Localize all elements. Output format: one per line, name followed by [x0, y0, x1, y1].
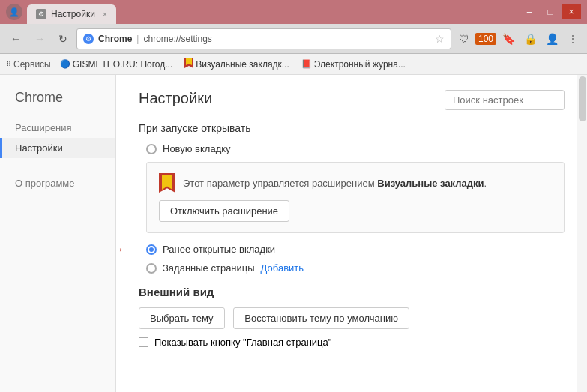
navbar: ← → ↻ ⚙ Chrome | chrome://settings ☆ 🛡 1…	[0, 24, 587, 54]
address-favicon: ⚙	[83, 34, 94, 44]
address-url: chrome://settings	[143, 34, 211, 44]
sidebar: Chrome Расширения Настройки О программе	[0, 75, 116, 392]
address-separator: |	[136, 34, 139, 44]
gismeteo-icon: 🔵	[60, 59, 70, 69]
radio-new-tab[interactable]	[146, 144, 157, 154]
option-new-tab-label: Новую вкладку	[163, 143, 231, 154]
address-site-name: Chrome	[98, 34, 132, 44]
maximize-button[interactable]: □	[541, 4, 560, 19]
sidebar-label-extensions: Расширения	[15, 122, 72, 133]
sidebar-label-about: О программе	[15, 178, 75, 189]
bookmarks-bar: ⠿ Сервисы 🔵 GISMETEO.RU: Погод... Визуал…	[0, 54, 587, 75]
annotation-arrow-icon: →	[116, 243, 124, 256]
tab-close-button[interactable]: ×	[103, 10, 107, 19]
apps-label: Сервисы	[13, 59, 51, 70]
titlebar-left: 👤 ⚙ Настройки ×	[6, 0, 116, 24]
window-controls: – □ ×	[520, 4, 581, 19]
bookmark-visual[interactable]: Визуальные закладк...	[181, 56, 292, 72]
tab-favicon: ⚙	[36, 9, 46, 19]
appearance-section: Внешний вид Выбрать тему Восстановить те…	[139, 286, 565, 348]
option-new-tab-row[interactable]: Новую вкладку	[139, 143, 565, 154]
titlebar: 👤 ⚙ Настройки × – □ ×	[0, 0, 587, 24]
sidebar-title: Chrome	[0, 90, 115, 118]
extension-icon[interactable]: 100	[475, 33, 496, 45]
annotation: 1 →	[116, 243, 124, 256]
content-header: Настройки	[139, 90, 565, 110]
vertical-scrollbar[interactable]	[577, 75, 587, 392]
radio-previous-tabs[interactable]	[146, 244, 157, 255]
sidebar-item-about[interactable]: О программе	[0, 173, 115, 193]
extension-bookmark-icon	[159, 173, 175, 193]
extension-name: Визуальные закладки	[377, 178, 484, 189]
restore-theme-button[interactable]: Восстановить тему по умолчанию	[233, 307, 409, 329]
tab-title: Настройки	[51, 9, 95, 19]
add-pages-link[interactable]: Добавить	[261, 262, 304, 274]
star-icon[interactable]: ☆	[435, 33, 445, 45]
extension-notice-text: Этот параметр управляется расширением Ви…	[183, 178, 487, 189]
content-area: Настройки При запуске открывать Новую вк…	[116, 75, 587, 392]
radio-specific-pages[interactable]	[146, 263, 157, 274]
option-previous-label: Ранее открытые вкладки	[163, 244, 275, 255]
reload-button[interactable]: ↻	[54, 30, 72, 48]
bookmark-icon[interactable]: 🔖	[499, 31, 518, 46]
user-icon: 👤	[6, 4, 22, 20]
option-specific-label: Заданные страницы	[163, 262, 255, 274]
theme-buttons-row: Выбрать тему Восстановить тему по умолча…	[139, 307, 565, 329]
page-title: Настройки	[139, 90, 212, 107]
apps-button[interactable]: ⠿ Сервисы	[6, 59, 51, 70]
startup-heading: При запуске открывать	[139, 122, 565, 134]
menu-button[interactable]: ⋮	[565, 31, 581, 46]
nav-icons: 🛡 100 🔖 🔒 👤 ⋮	[456, 31, 581, 46]
search-input[interactable]	[445, 90, 565, 110]
visual-label: Визуальные закладк...	[196, 59, 289, 70]
back-button[interactable]: ←	[6, 30, 25, 48]
show-home-checkbox[interactable]	[139, 337, 148, 347]
sidebar-item-extensions[interactable]: Расширения	[0, 118, 115, 138]
bookmark-gismeteo[interactable]: 🔵 GISMETEO.RU: Погод...	[57, 58, 176, 71]
minimize-button[interactable]: –	[520, 4, 539, 19]
extension-notice-box: Этот параметр управляется расширением Ви…	[146, 162, 565, 233]
scrollbar-thumb	[579, 76, 586, 121]
main-container: Chrome Расширения Настройки О программе …	[0, 75, 587, 392]
visual-icon	[184, 58, 193, 70]
bookmark-journal[interactable]: 📕 Электронный журна...	[298, 58, 409, 71]
show-home-label: Показывать кнопку "Главная страница"	[154, 337, 331, 348]
journal-icon: 📕	[301, 59, 312, 69]
option-previous-row[interactable]: 1 → Ранее открытые вкладки	[139, 244, 565, 255]
option-specific-row[interactable]: Заданные страницы Добавить	[139, 262, 565, 274]
disable-extension-button[interactable]: Отключить расширение	[159, 200, 289, 222]
active-tab[interactable]: ⚙ Настройки ×	[27, 4, 116, 24]
choose-theme-button[interactable]: Выбрать тему	[139, 307, 225, 329]
extension-notice-suffix: .	[484, 178, 487, 189]
address-bar[interactable]: ⚙ Chrome | chrome://settings ☆	[76, 28, 451, 49]
sidebar-label-settings: Настройки	[15, 142, 63, 154]
sidebar-item-settings[interactable]: Настройки	[0, 138, 115, 158]
tab-area: ⚙ Настройки ×	[27, 0, 116, 24]
startup-section: При запуске открывать Новую вкладку Этот…	[139, 122, 565, 274]
appearance-heading: Внешний вид	[139, 286, 565, 298]
shield-icon[interactable]: 🛡	[456, 31, 472, 46]
forward-button[interactable]: →	[30, 30, 49, 48]
apps-grid-icon: ⠿	[6, 60, 11, 68]
account-icon[interactable]: 👤	[543, 31, 562, 46]
extension-notice-prefix: Этот параметр управляется расширением	[183, 178, 377, 189]
gismeteo-label: GISMETEO.RU: Погод...	[73, 59, 173, 70]
extension-notice-row: Этот параметр управляется расширением Ви…	[159, 173, 552, 193]
close-button[interactable]: ×	[562, 4, 581, 19]
security-icon[interactable]: 🔒	[521, 31, 540, 46]
show-home-row: Показывать кнопку "Главная страница"	[139, 337, 565, 348]
journal-label: Электронный журна...	[314, 59, 406, 70]
